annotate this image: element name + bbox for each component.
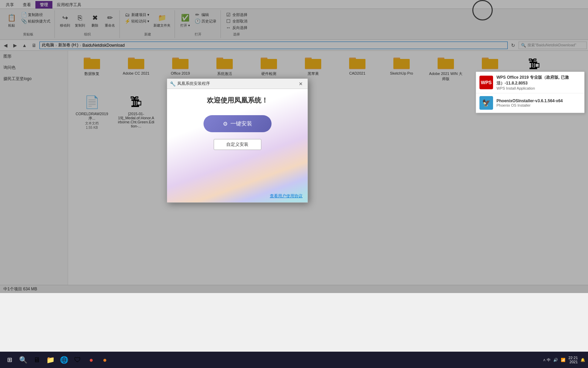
wps-icon: WPS [479,76,493,89]
taskbar-taskview[interactable]: 🖥 [30,353,44,367]
taskbar-red-app[interactable]: ● [84,353,98,367]
taskbar-orange-app[interactable]: ● [98,353,112,367]
taskbar-network[interactable]: 📶 [561,358,566,362]
dialog-title: 凤凰系统安装程序 [177,81,295,87]
welcome-text: 欢迎使用凤凰系统！ [207,96,268,105]
modal-content: 欢迎使用凤凰系统！ ⚙ 一键安装 自定义安装 [167,89,308,153]
taskbar-360[interactable]: 🛡 [71,353,84,367]
phoenix-install-dialog: 🔧 凤凰系统安装程序 ✕ 欢迎使用凤凰系统！ ⚙ 一键安装 自定义安装 查看用户… [167,78,308,203]
tooltip-item-wps[interactable]: WPS WPS Office 2019 专业版（政府版, 已激活）-11.8.2… [476,72,584,93]
cursor-indicator [472,0,493,20]
taskbar-time[interactable]: 22:21 2021 [568,356,578,364]
taskbar-browser[interactable]: 🌐 [57,353,71,367]
context-tooltip: WPS WPS Office 2019 专业版（政府版, 已激活）-11.8.2… [476,72,585,113]
start-button[interactable]: ⊞ [3,353,16,367]
taskbar-notification[interactable]: 🔔 [581,358,585,362]
taskbar-explorer[interactable]: 📁 [44,353,57,367]
tooltip-text-phoenix: PhoenixOSInstaller-v3.6.1.564-x64 Phoeni… [496,98,581,107]
tooltip-item-phoenix[interactable]: 🦅 PhoenixOSInstaller-v3.6.1.564-x64 Phoe… [476,93,584,113]
install-icon: ⚙ [223,121,228,127]
modal-titlebar: 🔧 凤凰系统安装程序 ✕ [167,79,308,89]
dialog-close-button[interactable]: ✕ [297,80,305,88]
wps-title: WPS Office 2019 专业版（政府版, 已激活）-11.8.2.805… [496,75,581,86]
modal-body: 欢迎使用凤凰系统！ ⚙ 一键安装 自定义安装 查看用户使用协议 [167,89,308,202]
taskbar: ⊞ 🔍 🖥 📁 🌐 🛡 ● ● ∧ 中 🔊 📶 22:21 2021 🔔 [0,352,588,368]
wps-sub: WPS Install Application [496,86,581,90]
custom-install-button[interactable]: 自定义安装 [214,139,261,150]
taskbar-volume[interactable]: 🔊 [553,358,558,362]
taskbar-right: ∧ 中 🔊 📶 22:21 2021 🔔 [543,356,585,364]
dialog-icon: 🔧 [170,81,175,87]
user-agreement-link[interactable]: 查看用户使用协议 [270,193,303,199]
phoenix-title: PhoenixOSInstaller-v3.6.1.564-x64 [496,98,581,103]
phoenix-sub: Phoenix OS Installer [496,103,581,107]
taskbar-notify-icons: ∧ 中 [543,357,551,363]
tooltip-text-wps: WPS Office 2019 专业版（政府版, 已激活）-11.8.2.805… [496,75,581,90]
quick-install-button[interactable]: ⚙ 一键安装 [203,115,272,132]
phoenix-icon: 🦅 [479,96,493,110]
taskbar-search[interactable]: 🔍 [16,353,30,367]
